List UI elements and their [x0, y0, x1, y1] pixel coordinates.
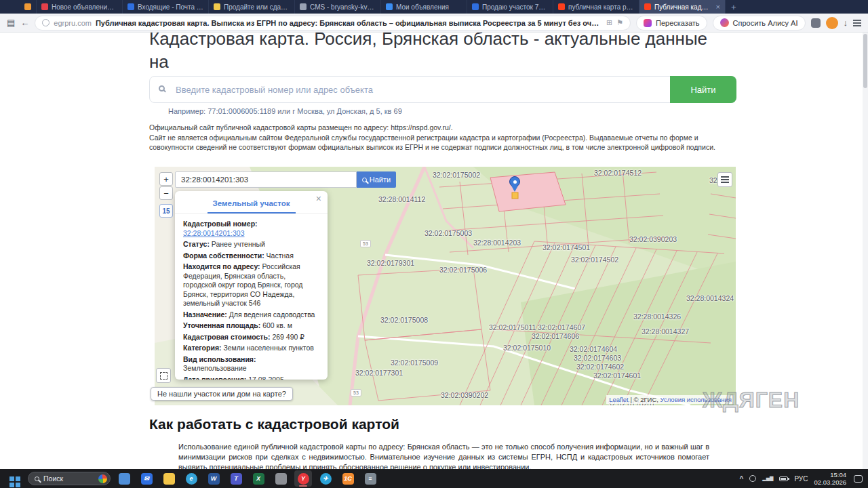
address-page-title: Публичная кадастровая карта. Выписка из … — [96, 19, 602, 27]
taskbar-clock[interactable]: 15:04 02.03.2026 — [814, 471, 846, 486]
pinned-tab[interactable] — [19, 0, 37, 14]
language-indicator[interactable]: РУС — [794, 475, 808, 483]
attribution-copyright: | © 2ГИС, — [630, 396, 658, 403]
panel-field: Назначение: Для ведения садоводства — [183, 310, 319, 320]
tray-shield-icon[interactable] — [749, 475, 756, 482]
address-bar[interactable]: egrpru.com Публичная кадастровая карта. … — [35, 16, 631, 30]
tray-expand-icon[interactable]: ^ — [739, 475, 743, 483]
parcel-label: 32:02:0174601 — [593, 371, 641, 380]
taskbar-icon-teams[interactable]: T — [227, 470, 245, 487]
parcel-label: 32:02:0175011 — [489, 323, 536, 331]
taskbar-search[interactable]: Поиск — [28, 472, 111, 485]
taskbar-icon-excel[interactable]: X — [250, 470, 267, 487]
page-scrollbar[interactable] — [863, 33, 868, 469]
downloads-icon[interactable]: ↓ — [844, 18, 848, 27]
start-button[interactable] — [5, 470, 23, 487]
tab-title: CMS - bryansky-kvartal... — [310, 3, 376, 11]
taskbar-icon-word[interactable]: W — [205, 470, 222, 487]
parcel-label: 32:02:0390202 — [441, 391, 488, 399]
how-to-heading: Как работать с кадастровой картой — [149, 416, 399, 432]
panel-field: Форма собственности: Частная — [183, 251, 319, 261]
cadastral-map[interactable]: 32:02:0175002 32:02:0174512 32:28: 32:28… — [155, 167, 736, 405]
teams-icon: T — [231, 473, 242, 485]
panel-field: Кадастровый номер: 32:28:0014201:303 — [183, 220, 319, 238]
taskbar-icon-edge[interactable]: e — [182, 470, 200, 487]
panel-field: Уточненная площадь: 600 кв. м — [183, 321, 319, 331]
taskbar-icon-1c[interactable]: 1С — [339, 470, 357, 487]
tab-title: Новое объявление — О... — [52, 3, 117, 11]
sidebar-toggle-icon[interactable]: ▤ — [7, 18, 15, 27]
tab-close-icon[interactable]: × — [716, 3, 720, 11]
tab-mail-inbox[interactable]: Входящие - Почта Mail — [123, 0, 209, 14]
scrollbar-thumb[interactable] — [863, 34, 867, 88]
new-tab-button[interactable]: + — [726, 0, 742, 14]
parcel-label: 32:02:0174512 — [594, 169, 642, 177]
retell-button[interactable]: Пересказать — [636, 16, 707, 30]
taskbar-icon-settings[interactable] — [272, 470, 290, 487]
battery-icon[interactable] — [779, 476, 788, 481]
tab-sell-or-rent[interactable]: Продайте или сдайте в... — [209, 0, 295, 14]
taskbar-icon-notes[interactable]: ≡ — [361, 470, 379, 487]
cadastral-number-link[interactable]: 32:28:0014201:303 — [183, 229, 245, 237]
field-label: Категория: — [183, 344, 222, 352]
pinned-tab-favicon — [24, 3, 31, 10]
extension-icon[interactable] — [811, 18, 821, 28]
site-security-icon[interactable] — [42, 19, 50, 26]
browser-menu-icon[interactable] — [853, 22, 861, 24]
field-value: 269 490 ₽ — [272, 333, 304, 341]
profile-avatar[interactable] — [826, 17, 838, 29]
leaflet-link[interactable]: Leaflet — [609, 396, 629, 403]
panel-field: Дата присвоения: 17.08.2005 — [183, 375, 319, 380]
watermark: ЖДЯГЕН — [703, 388, 800, 413]
panel-close-icon[interactable]: × — [316, 193, 321, 204]
notifications-icon[interactable] — [854, 475, 863, 483]
neuro-icon — [644, 19, 652, 27]
tab-favicon — [558, 3, 565, 10]
telegram-icon: ✈ — [320, 473, 332, 485]
1c-icon: 1С — [342, 473, 354, 485]
parcel-label: 32:28:0014327 — [642, 327, 689, 336]
windows-logo-icon — [9, 476, 14, 481]
tab-selling-plot[interactable]: Продаю участок 7сот. б... — [467, 0, 553, 14]
tab-public-map-search[interactable]: публичная карта росре... — [553, 0, 639, 14]
ask-alice-button[interactable]: Спросить Алису AI — [713, 16, 806, 30]
disclaimer-rest: Сайт не является официальным сайтом Феде… — [149, 133, 736, 152]
tab-title: Мои объявления — [396, 3, 462, 11]
layers-button[interactable] — [717, 172, 732, 187]
taskbar-icon-mail[interactable]: ✉ — [138, 470, 155, 487]
panel-divider — [175, 214, 328, 214]
find-button[interactable]: Найти — [670, 76, 736, 103]
tab-favicon — [300, 3, 307, 10]
zoom-in-button[interactable]: + — [159, 172, 173, 186]
map-marker[interactable] — [509, 176, 520, 187]
page-title-line1: Кадастровая карта. Россия, Брянская обла… — [149, 33, 707, 72]
map-find-button[interactable]: Найти — [357, 171, 396, 188]
tab-my-ads[interactable]: Мои объявления — [381, 0, 467, 14]
cadastre-search-input[interactable] — [149, 76, 736, 103]
tab-public-cadastral-map[interactable]: Публичная кадастров...× — [639, 0, 726, 14]
browser-tab-bar: Новое объявление — О... Входящие - Почта… — [0, 0, 868, 14]
photos-icon — [119, 473, 130, 485]
parcel-label: 32:02:0175008 — [380, 316, 428, 324]
web-page: Кадастровая карта. Россия, Брянская обла… — [0, 33, 863, 469]
taskbar-icon-photos[interactable] — [115, 470, 133, 487]
word-icon: W — [208, 473, 220, 485]
search-hint: Например: 77:01:0006005:1189 или г Москв… — [168, 107, 402, 115]
bookmark-flag-icon[interactable]: ⚑ — [616, 18, 623, 27]
area-select-button[interactable] — [156, 368, 171, 383]
map-search-input[interactable] — [175, 171, 357, 188]
edge-icon: e — [186, 473, 197, 485]
taskbar-icon-yandex-browser[interactable]: Y — [294, 470, 312, 487]
field-value: 17.08.2005 — [248, 375, 284, 380]
panel-field: Находится по адресу: Российская Федераци… — [183, 262, 319, 308]
back-button[interactable]: ← — [20, 18, 29, 27]
map-tooltip: Не нашли участок или дом на карте? — [151, 387, 293, 401]
taskbar-icon-telegram[interactable]: ✈ — [317, 470, 334, 487]
mail-icon: ✉ — [141, 473, 153, 485]
tab-new-ad[interactable]: Новое объявление — О... — [37, 0, 123, 14]
tab-cms[interactable]: CMS - bryansky-kvartal... — [295, 0, 381, 14]
taskbar-icon-explorer[interactable] — [160, 470, 178, 487]
zoom-out-button[interactable]: − — [159, 186, 173, 200]
network-signal-icon[interactable]: ▂▅▇ — [762, 476, 773, 481]
collections-icon[interactable]: ⊞ — [606, 18, 612, 27]
